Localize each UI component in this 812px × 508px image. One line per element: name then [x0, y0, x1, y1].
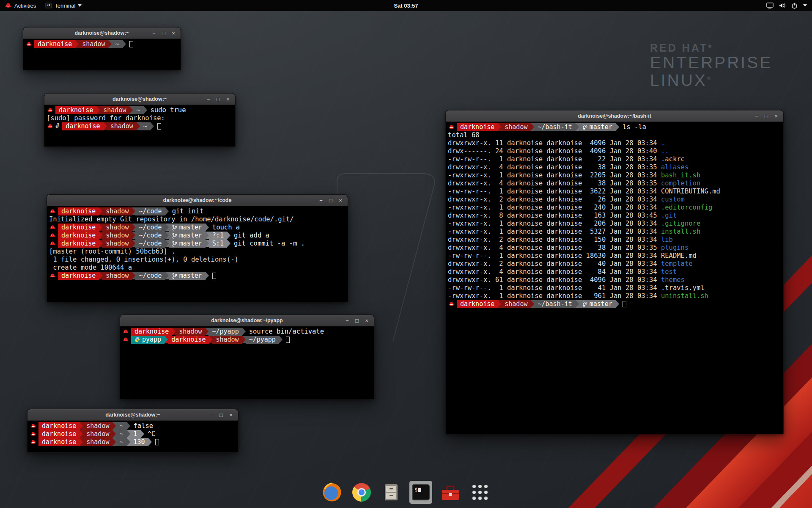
activities-button[interactable]: Activities [0, 0, 41, 11]
file-meta: -rwxrwxr-x. 1 darknoise darknoise 961 Ja… [448, 292, 661, 300]
system-status-area[interactable] [766, 0, 812, 11]
terminal-body[interactable]: darknoiseshadow~falsedarknoiseshadow~1^C… [27, 421, 238, 452]
terminal-cursor [129, 41, 133, 47]
redhat-logo-line3: LINUX® [650, 72, 772, 89]
app-menu[interactable]: $ Terminal [41, 0, 86, 11]
window-titlebar[interactable]: darknoise@shadow:~/code−□× [47, 195, 348, 206]
terminal-body[interactable]: darknoiseshadow~/codegit initInitialized… [47, 206, 348, 302]
minimize-button[interactable]: − [343, 316, 351, 325]
maximize-button[interactable]: □ [217, 411, 225, 419]
chrome-icon [352, 483, 371, 502]
maximize-button[interactable]: □ [159, 29, 168, 37]
powerline-separator [206, 272, 209, 279]
terminal-window[interactable]: darknoise@shadow:~/code−□×darknoiseshado… [47, 194, 348, 302]
file-name: plugins [661, 244, 689, 251]
file-meta: -rwxrwxr-x. 1 darknoise darknoise 2205 J… [448, 171, 661, 179]
file-list-row: drwx------. 24 darknoise darknoise 4096 … [448, 147, 781, 155]
file-name: .git [661, 212, 677, 219]
window-titlebar[interactable]: darknoise@shadow:~−□× [44, 94, 235, 105]
window-controls: −□× [752, 112, 783, 120]
close-button[interactable]: × [772, 112, 780, 120]
terminal-body[interactable]: darknoiseshadow~/bash-itmasterls -latota… [446, 122, 783, 434]
prompt-segment-host: shadow [212, 336, 242, 344]
maximize-button[interactable]: □ [762, 112, 771, 120]
terminal-cursor [157, 123, 161, 130]
powerline-separator [132, 232, 135, 239]
redhat-prompt-icon [47, 122, 53, 130]
terminal-prompt-line: darknoiseshadow~sudo true [47, 106, 233, 114]
prompt-segment-path: ~ [112, 40, 122, 48]
terminal-prompt-line: darknoiseshadow~/codemaster [49, 272, 346, 280]
prompt-segment-path: ~/pyapp [246, 336, 279, 344]
dock-item-toolbox[interactable] [439, 481, 462, 504]
file-meta: drwxrwxr-x. 8 darknoise darknoise 163 Ja… [448, 212, 661, 219]
maximize-button[interactable]: □ [214, 95, 222, 103]
powerline-separator [209, 336, 212, 343]
file-name: custom [661, 196, 685, 203]
dock-item-app-grid[interactable] [469, 481, 491, 504]
window-title: darknoise@shadow:~/code [77, 197, 317, 203]
close-button[interactable]: × [169, 29, 178, 37]
terminal-window[interactable]: darknoise@shadow:~−□×darknoiseshadow~ [23, 27, 181, 70]
close-button[interactable]: × [362, 316, 371, 325]
terminal-cursor [623, 301, 626, 307]
minimize-button[interactable]: − [207, 411, 216, 419]
terminal-prompt-line: #darknoiseshadow~ [47, 122, 233, 130]
window-titlebar[interactable]: darknoise@shadow:~−□× [27, 409, 238, 421]
clock[interactable]: Sat 03:57 [394, 3, 418, 9]
prompt-segment-user: darknoise [58, 224, 99, 232]
prompt-segment-user: darknoise [58, 232, 99, 240]
minimize-button[interactable]: − [317, 196, 325, 204]
chevron-down-icon[interactable] [803, 4, 807, 7]
terminal-window[interactable]: darknoise@shadow:~/bash-it−□×darknoisesh… [445, 110, 784, 434]
prompt-segment-git-branch: master [579, 300, 616, 308]
window-titlebar[interactable]: darknoise@shadow:~/pyapp−□× [120, 315, 374, 326]
command-text: ls -la [623, 123, 646, 131]
maximize-button[interactable]: □ [353, 316, 361, 325]
terminal-prompt-line: darknoiseshadow~/codegit init [49, 207, 346, 215]
file-name: themes [661, 276, 685, 284]
volume-icon[interactable] [779, 3, 786, 8]
powerline-separator [165, 207, 169, 215]
prompt-segment-virtualenv: pyapp [131, 336, 165, 344]
dock-item-firefox[interactable] [321, 481, 343, 504]
close-button[interactable]: × [336, 196, 345, 204]
terminal-body[interactable]: darknoiseshadow~sudo true[sudo] password… [44, 105, 235, 146]
window-titlebar[interactable]: darknoise@shadow:~−□× [23, 28, 181, 39]
dock-item-files[interactable] [380, 481, 403, 504]
prompt-segment-host: shadow [79, 40, 108, 48]
minimize-button[interactable]: − [150, 29, 158, 37]
terminal-window[interactable]: darknoise@shadow:~/pyapp−□×darknoiseshad… [120, 315, 374, 399]
window-title: darknoise@shadow:~/bash-it [476, 113, 753, 119]
terminal-window[interactable]: darknoise@shadow:~−□×darknoiseshadow~sud… [44, 93, 236, 147]
dock-item-chrome[interactable] [350, 481, 373, 504]
prompt-segment-user: darknoise [38, 422, 80, 430]
terminal-cursor [286, 337, 290, 343]
file-list-row: drwxrwxr-x. 2 darknoise darknoise 40 Jan… [448, 260, 781, 268]
terminal-output-line: 1 file changed, 0 insertions(+), 0 delet… [49, 256, 346, 264]
file-meta: -rwxrwxr-x. 1 darknoise darknoise 240 Ja… [448, 204, 661, 211]
minimize-button[interactable]: − [752, 112, 761, 120]
file-meta: drwxrwxr-x. 4 darknoise darknoise 38 Jan… [448, 244, 661, 251]
dock-item-terminal[interactable]: $ [409, 481, 432, 504]
prompt-segment-host: shadow [102, 207, 132, 215]
powerline-separator [127, 422, 130, 430]
terminal-body[interactable]: darknoiseshadow~ [23, 39, 181, 70]
power-icon[interactable] [791, 3, 798, 9]
close-button[interactable]: × [227, 411, 235, 419]
minimize-button[interactable]: − [204, 95, 213, 103]
powerline-separator [227, 240, 230, 247]
prompt-segment-git-status: 130 [130, 438, 148, 446]
close-button[interactable]: × [224, 95, 232, 103]
command-text: sudo true [151, 106, 186, 114]
terminal-window[interactable]: darknoise@shadow:~−□×darknoiseshadow~fal… [27, 409, 239, 453]
screen-icon[interactable] [766, 3, 774, 9]
maximize-button[interactable]: □ [326, 196, 335, 204]
powerline-separator [498, 300, 501, 308]
powerline-separator [206, 240, 209, 247]
powerline-separator [99, 240, 102, 247]
git-branch-icon [582, 301, 587, 307]
powerline-separator [172, 328, 176, 335]
window-titlebar[interactable]: darknoise@shadow:~/bash-it−□× [446, 110, 783, 122]
terminal-body[interactable]: darknoiseshadow~/pyappsource bin/activat… [120, 326, 374, 399]
